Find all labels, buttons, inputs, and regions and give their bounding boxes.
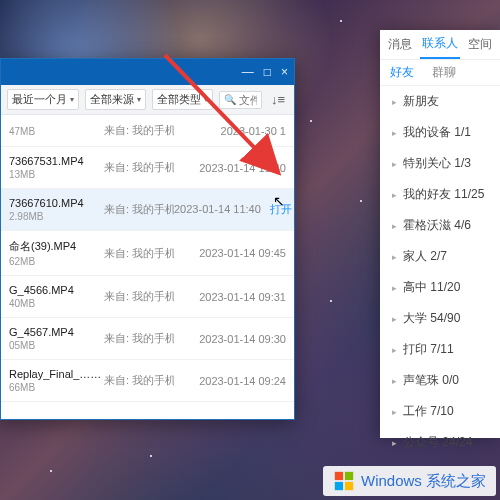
chevron-down-icon: ▾ xyxy=(70,95,74,104)
chevron-right-icon: ▸ xyxy=(392,97,397,107)
group-label: 公众号 24/24 xyxy=(403,434,472,451)
sort-icon[interactable]: ↓≡ xyxy=(268,92,288,107)
file-date: 2023-01-14 11:40 打开≡ xyxy=(174,202,294,217)
filter-time-dropdown[interactable]: 最近一个月 ▾ xyxy=(7,89,79,110)
file-list: 47MB来自: 我的手机2023-01-30 173667531.MP413MB… xyxy=(1,115,294,402)
minimize-icon[interactable]: — xyxy=(242,65,254,79)
contact-group[interactable]: ▸特别关心 1/3 xyxy=(380,148,500,179)
file-source: 来自: 我的手机 xyxy=(104,289,174,304)
file-source: 来自: 我的手机 xyxy=(104,202,174,217)
chevron-right-icon: ▸ xyxy=(392,407,397,417)
chevron-right-icon: ▸ xyxy=(392,159,397,169)
watermark: Windows 系统之家 xyxy=(323,466,496,496)
svg-rect-4 xyxy=(345,482,353,490)
file-name: 命名(39).MP4 xyxy=(9,239,104,254)
chevron-down-icon: ▾ xyxy=(137,95,141,104)
main-tabs: 消息联系人空间 xyxy=(380,30,500,60)
chevron-right-icon: ▸ xyxy=(392,283,397,293)
file-source: 来自: 我的手机 xyxy=(104,123,174,138)
file-name: 73667610.MP4 xyxy=(9,197,104,209)
group-label: 声笔珠 0/0 xyxy=(403,372,459,389)
contact-group[interactable]: ▸公众号 24/24 xyxy=(380,427,500,458)
file-date: 2023-01-14 09:45 xyxy=(174,247,286,259)
file-size: 2.98MB xyxy=(9,211,104,222)
file-date: 2023-01-30 1 xyxy=(174,125,286,137)
main-tab[interactable]: 空间 xyxy=(460,30,500,59)
file-source: 来自: 我的手机 xyxy=(104,331,174,346)
close-icon[interactable]: × xyxy=(281,65,288,79)
contact-group[interactable]: ▸霍格沃滋 4/6 xyxy=(380,210,500,241)
chevron-right-icon: ▸ xyxy=(392,314,397,324)
contact-group-list: ▸新朋友▸我的设备 1/1▸特别关心 1/3▸我的好友 11/25▸霍格沃滋 4… xyxy=(380,86,500,489)
group-label: 大学 54/90 xyxy=(403,310,460,327)
file-size: 05MB xyxy=(9,340,104,351)
main-tab[interactable]: 消息 xyxy=(380,30,420,59)
file-date: 2023-01-14 11:40 xyxy=(174,162,286,174)
file-name: Replay_Final_…MP4 xyxy=(9,368,104,380)
chevron-right-icon: ▸ xyxy=(392,252,397,262)
filter-source-label: 全部来源 xyxy=(90,92,134,107)
file-source: 来自: 我的手机 xyxy=(104,246,174,261)
file-size: 62MB xyxy=(9,256,104,267)
window-titlebar[interactable]: — □ × xyxy=(1,59,294,85)
chevron-down-icon: ▾ xyxy=(204,95,208,104)
file-date: 2023-01-14 09:30 xyxy=(174,333,286,345)
search-box[interactable]: 🔍 xyxy=(219,91,262,109)
file-date: 2023-01-14 09:31 xyxy=(174,291,286,303)
filter-time-label: 最近一个月 xyxy=(12,92,67,107)
chevron-right-icon: ▸ xyxy=(392,345,397,355)
maximize-icon[interactable]: □ xyxy=(264,65,271,79)
search-input[interactable] xyxy=(239,94,257,106)
filter-type-label: 全部类型 xyxy=(157,92,201,107)
contact-group[interactable]: ▸工作 7/10 xyxy=(380,396,500,427)
contact-group[interactable]: ▸声笔珠 0/0 xyxy=(380,365,500,396)
contact-group[interactable]: ▸我的好友 11/25 xyxy=(380,179,500,210)
file-row[interactable]: Replay_Final_…MP466MB来自: 我的手机2023-01-14 … xyxy=(1,360,294,402)
file-size: 66MB xyxy=(9,382,104,393)
watermark-text: Windows 系统之家 xyxy=(361,472,486,491)
group-label: 打印 7/11 xyxy=(403,341,454,358)
file-row[interactable]: 73667531.MP413MB来自: 我的手机2023-01-14 11:40 xyxy=(1,147,294,189)
contact-group[interactable]: ▸我的设备 1/1 xyxy=(380,117,500,148)
group-label: 新朋友 xyxy=(403,93,439,110)
sub-tab[interactable]: 群聊 xyxy=(432,64,456,81)
file-manager-window: — □ × 最近一个月 ▾ 全部来源 ▾ 全部类型 ▾ 🔍 ↓≡ 47MB来自:… xyxy=(0,58,295,420)
file-size: 47MB xyxy=(9,126,104,137)
windows-logo-icon xyxy=(333,470,355,492)
file-name: G_4566.MP4 xyxy=(9,284,104,296)
contact-group[interactable]: ▸高中 11/20 xyxy=(380,272,500,303)
file-size: 13MB xyxy=(9,169,104,180)
contacts-panel: 消息联系人空间 好友群聊 ▸新朋友▸我的设备 1/1▸特别关心 1/3▸我的好友… xyxy=(380,30,500,438)
contact-group[interactable]: ▸打印 7/11 xyxy=(380,334,500,365)
open-link[interactable]: 打开 xyxy=(270,203,292,215)
file-row[interactable]: 命名(39).MP462MB来自: 我的手机2023-01-14 09:45 xyxy=(1,231,294,276)
file-source: 来自: 我的手机 xyxy=(104,373,174,388)
main-tab[interactable]: 联系人 xyxy=(420,30,460,59)
file-name: G_4567.MP4 xyxy=(9,326,104,338)
chevron-right-icon: ▸ xyxy=(392,221,397,231)
svg-rect-3 xyxy=(335,482,343,490)
file-row[interactable]: G_4566.MP440MB来自: 我的手机2023-01-14 09:31 xyxy=(1,276,294,318)
file-row[interactable]: G_4567.MP405MB来自: 我的手机2023-01-14 09:30 xyxy=(1,318,294,360)
svg-rect-1 xyxy=(335,472,343,480)
contact-group[interactable]: ▸大学 54/90 xyxy=(380,303,500,334)
file-row[interactable]: 47MB来自: 我的手机2023-01-30 1 xyxy=(1,115,294,147)
group-label: 特别关心 1/3 xyxy=(403,155,471,172)
file-row[interactable]: 73667610.MP42.98MB来自: 我的手机2023-01-14 11:… xyxy=(1,189,294,231)
group-label: 霍格沃滋 4/6 xyxy=(403,217,471,234)
group-label: 家人 2/7 xyxy=(403,248,447,265)
group-label: 我的好友 11/25 xyxy=(403,186,484,203)
chevron-right-icon: ▸ xyxy=(392,128,397,138)
sub-tab[interactable]: 好友 xyxy=(390,64,414,81)
filter-source-dropdown[interactable]: 全部来源 ▾ xyxy=(85,89,146,110)
file-size: 40MB xyxy=(9,298,104,309)
group-label: 我的设备 1/1 xyxy=(403,124,471,141)
filter-type-dropdown[interactable]: 全部类型 ▾ xyxy=(152,89,213,110)
group-label: 高中 11/20 xyxy=(403,279,460,296)
sub-tabs: 好友群聊 xyxy=(380,60,500,86)
search-icon: 🔍 xyxy=(224,94,236,105)
file-date: 2023-01-14 09:24 xyxy=(174,375,286,387)
chevron-right-icon: ▸ xyxy=(392,376,397,386)
contact-group[interactable]: ▸新朋友 xyxy=(380,86,500,117)
contact-group[interactable]: ▸家人 2/7 xyxy=(380,241,500,272)
